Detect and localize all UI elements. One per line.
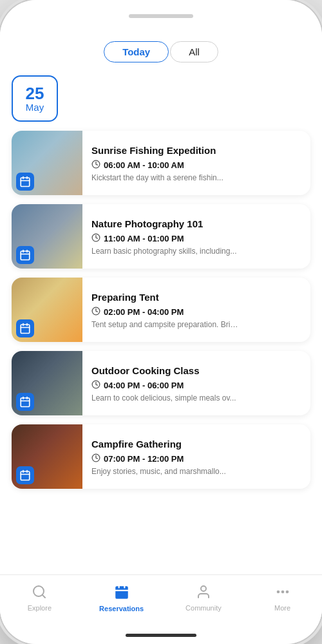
event-time-5: 07:00 PM - 12:00 PM xyxy=(104,454,184,464)
event-time-1: 06:00 AM - 10:00 AM xyxy=(104,160,184,170)
event-info-1: Sunrise Fishing Expedition 06:00 AM - 10… xyxy=(82,131,310,195)
event-image-1 xyxy=(12,131,82,195)
event-desc-1: Kickstart the day with a serene fishin..… xyxy=(91,173,240,182)
reservations-label: Reservations xyxy=(99,605,144,612)
svg-point-32 xyxy=(277,591,278,592)
event-desc-4: Learn to cook delicious, simple meals ov… xyxy=(91,393,240,402)
event-time-2: 11:00 AM - 01:00 PM xyxy=(104,234,184,243)
nav-community[interactable]: Community xyxy=(184,584,223,612)
event-image-5 xyxy=(12,424,82,489)
event-image-3 xyxy=(12,278,82,342)
event-info-3: Preparing Tent 02:00 PM - 04:00 PM Tent … xyxy=(82,278,310,342)
clock-icon-5 xyxy=(91,453,100,464)
event-title-3: Preparing Tent xyxy=(91,292,303,303)
filter-bar: Today All xyxy=(0,32,322,69)
svg-rect-20 xyxy=(21,471,30,480)
cal-badge-5 xyxy=(16,466,34,484)
reservations-icon xyxy=(113,583,130,603)
phone-shell: Today All 25 May Sunrise Fish xyxy=(0,0,322,644)
event-desc-2: Learn basic photography skills, includin… xyxy=(91,247,240,256)
event-card-5[interactable]: Campfire Gathering 07:00 PM - 12:00 PM E… xyxy=(12,424,310,489)
events-list: Sunrise Fishing Expedition 06:00 AM - 10… xyxy=(12,131,310,489)
today-filter-button[interactable]: Today xyxy=(104,41,169,62)
svg-rect-0 xyxy=(21,178,30,187)
community-icon xyxy=(196,584,211,602)
community-label: Community xyxy=(185,604,222,612)
event-title-2: Nature Photography 101 xyxy=(91,218,303,229)
svg-rect-15 xyxy=(21,398,30,407)
all-filter-button[interactable]: All xyxy=(170,41,218,62)
event-info-4: Outdoor Cooking Class 04:00 PM - 06:00 P… xyxy=(82,351,310,415)
event-card-4[interactable]: Outdoor Cooking Class 04:00 PM - 06:00 P… xyxy=(12,351,310,415)
cal-badge-3 xyxy=(16,319,34,337)
cal-badge-2 xyxy=(16,246,34,264)
event-time-row-5: 07:00 PM - 12:00 PM xyxy=(91,453,303,464)
pill-notch xyxy=(129,14,193,18)
clock-icon-1 xyxy=(91,160,100,171)
svg-rect-10 xyxy=(21,325,30,334)
svg-rect-27 xyxy=(115,586,128,599)
event-image-2 xyxy=(12,204,82,269)
event-title-4: Outdoor Cooking Class xyxy=(91,365,303,376)
event-info-2: Nature Photography 101 11:00 AM - 01:00 … xyxy=(82,204,310,269)
home-bar xyxy=(126,634,196,637)
event-time-row-3: 02:00 PM - 04:00 PM xyxy=(91,307,303,317)
svg-point-34 xyxy=(286,591,287,592)
event-time-3: 02:00 PM - 04:00 PM xyxy=(104,307,184,317)
event-desc-5: Enjoy stories, music, and marshmallo... xyxy=(91,467,240,476)
event-card-3[interactable]: Preparing Tent 02:00 PM - 04:00 PM Tent … xyxy=(12,278,310,342)
explore-label: Explore xyxy=(28,604,52,612)
event-time-row-1: 06:00 AM - 10:00 AM xyxy=(91,160,303,171)
home-indicator xyxy=(0,626,322,644)
event-title-1: Sunrise Fishing Expedition xyxy=(91,145,303,156)
event-time-4: 04:00 PM - 06:00 PM xyxy=(104,381,184,390)
nav-reservations[interactable]: Reservations xyxy=(99,583,144,612)
svg-rect-5 xyxy=(21,251,30,260)
date-day: 25 xyxy=(26,85,44,102)
event-info-5: Campfire Gathering 07:00 PM - 12:00 PM E… xyxy=(82,424,310,489)
clock-icon-3 xyxy=(91,307,100,317)
event-card-2[interactable]: Nature Photography 101 11:00 AM - 01:00 … xyxy=(12,204,310,269)
event-image-4 xyxy=(12,351,82,415)
scroll-area[interactable]: 25 May Sunrise Fishing Expedition xyxy=(0,69,322,574)
more-icon xyxy=(275,584,290,602)
bottom-nav: Explore Reservations xyxy=(0,574,322,626)
phone-top-bar xyxy=(0,0,322,32)
event-time-row-2: 11:00 AM - 01:00 PM xyxy=(91,233,303,244)
nav-explore[interactable]: Explore xyxy=(20,584,59,612)
cal-badge-4 xyxy=(16,393,34,411)
nav-more[interactable]: More xyxy=(263,584,302,612)
svg-point-31 xyxy=(201,586,206,591)
screen: Today All 25 May Sunrise Fish xyxy=(0,32,322,626)
event-time-row-4: 04:00 PM - 06:00 PM xyxy=(91,380,303,391)
cal-badge-1 xyxy=(16,173,34,191)
event-card-1[interactable]: Sunrise Fishing Expedition 06:00 AM - 10… xyxy=(12,131,310,195)
event-desc-3: Tent setup and campsite preparation. Bri… xyxy=(91,320,240,329)
more-label: More xyxy=(274,604,290,612)
date-month: May xyxy=(26,102,44,113)
event-title-5: Campfire Gathering xyxy=(91,439,303,450)
svg-line-26 xyxy=(43,595,45,598)
date-card: 25 May xyxy=(12,75,58,122)
svg-point-33 xyxy=(281,591,283,592)
explore-icon xyxy=(32,584,47,602)
clock-icon-4 xyxy=(91,380,100,391)
clock-icon-2 xyxy=(91,233,100,244)
